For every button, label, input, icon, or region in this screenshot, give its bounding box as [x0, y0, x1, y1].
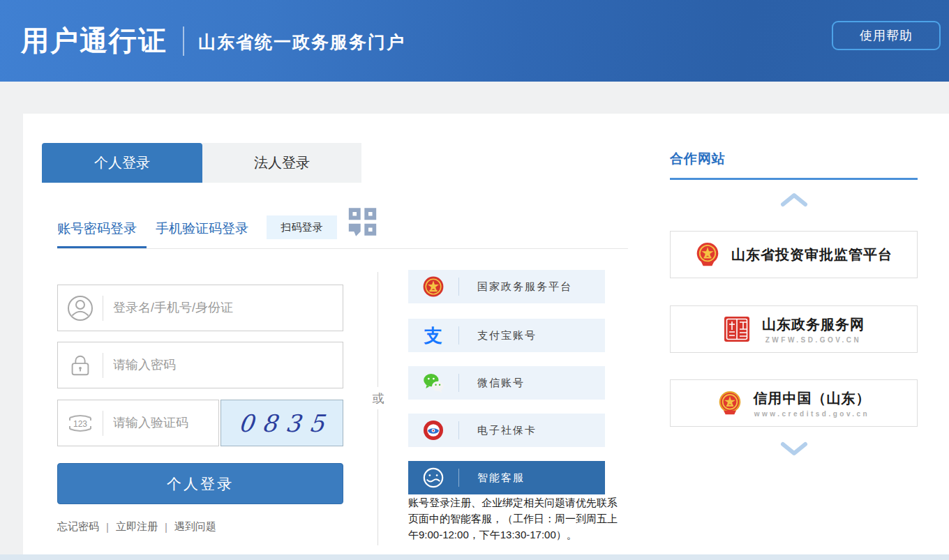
bottom-strip	[0, 554, 949, 560]
partner-url: www.creditsd.gov.cn	[754, 410, 869, 418]
red-seal-icon	[723, 315, 751, 343]
third-party-label: 支付宝账号	[477, 329, 537, 342]
captcha-field-wrap: 123	[57, 400, 219, 446]
qr-code-icon[interactable]	[347, 206, 378, 238]
help-button[interactable]: 使用帮助	[832, 21, 941, 50]
or-divider-text: 或	[368, 387, 388, 409]
partner-name: 山东省投资审批监管平台	[731, 245, 892, 264]
link-separator: |	[106, 521, 109, 533]
button-separator	[458, 326, 459, 345]
third-party-label: 微信账号	[477, 377, 525, 390]
partner-site-zwfw[interactable]: 山东政务服务网 ZWFW.SD.GOV.CN	[670, 305, 918, 353]
username-input[interactable]	[103, 301, 343, 315]
third-party-label: 电子社保卡	[477, 424, 537, 437]
method-account-password[interactable]: 账号密码登录	[57, 220, 137, 238]
register-now-link[interactable]: 立即注册	[116, 520, 158, 533]
username-field-wrap	[57, 285, 343, 331]
partners-heading-rule	[670, 178, 918, 180]
svg-text:123: 123	[73, 419, 87, 429]
carousel-up-arrow-icon[interactable]	[779, 192, 809, 209]
method-row-divider	[57, 248, 628, 249]
button-separator	[458, 374, 459, 392]
third-party-label: 国家政务服务平台	[477, 280, 572, 294]
smart-customer-service-button[interactable]: 智能客服	[408, 461, 605, 494]
helper-links: 忘记密码 | 立即注册 | 遇到问题	[57, 520, 216, 533]
partner-site-credit-china[interactable]: 信用中国（山东） www.creditsd.gov.cn	[670, 379, 918, 427]
tab-personal-label: 个人登录	[94, 153, 150, 172]
button-separator	[458, 469, 459, 487]
personal-login-button[interactable]: 个人登录	[57, 463, 343, 504]
customer-service-note: 账号登录注册、企业绑定相关问题请优先联系页面中的智能客服，（工作日：周一到周五上…	[408, 494, 619, 543]
user-icon	[58, 294, 103, 322]
button-separator	[458, 278, 459, 296]
method-sms-code[interactable]: 手机验证码登录	[156, 220, 248, 238]
personal-login-button-label: 个人登录	[167, 474, 234, 494]
third-party-social-security-card[interactable]: 电子社保卡	[408, 414, 605, 447]
captcha-image[interactable]: 0835	[221, 400, 343, 446]
tab-legal-label: 法人登录	[254, 153, 310, 172]
third-party-alipay[interactable]: 支 支付宝账号	[408, 319, 605, 352]
title-divider	[183, 27, 184, 56]
password-input[interactable]	[103, 358, 343, 372]
partner-text-block: 山东省投资审批监管平台	[731, 245, 892, 264]
third-party-label: 智能客服	[477, 471, 525, 485]
partner-name: 山东政务服务网	[762, 315, 865, 334]
link-separator: |	[165, 521, 167, 533]
method-scan-login[interactable]: 扫码登录	[267, 215, 337, 239]
partner-site-investment-platform[interactable]: 山东省投资审批监管平台	[670, 231, 918, 278]
have-problem-link[interactable]: 遇到问题	[174, 520, 216, 533]
alipay-icon: 支	[408, 326, 458, 345]
carousel-down-arrow-icon[interactable]	[779, 440, 809, 457]
wechat-icon	[408, 372, 458, 393]
partners-heading: 合作网站	[670, 150, 726, 168]
customer-service-icon	[408, 466, 458, 490]
partner-url: ZWFW.SD.GOV.CN	[765, 336, 862, 344]
captcha-input[interactable]	[103, 416, 218, 430]
login-card: 个人登录 法人登录 账号密码登录 手机验证码登录 扫码登录	[23, 114, 949, 554]
portal-subtitle: 山东省统一政务服务门户	[198, 28, 405, 54]
national-emblem-icon	[717, 390, 742, 416]
brand-block: 用户通行证 山东省统一政务服务门户	[0, 0, 949, 82]
national-emblem-icon	[408, 275, 458, 298]
national-emblem-icon	[695, 241, 720, 268]
partner-text-block: 信用中国（山东） www.creditsd.gov.cn	[754, 389, 871, 418]
app-title: 用户通行证	[21, 22, 167, 60]
partner-text-block: 山东政务服务网 ZWFW.SD.GOV.CN	[762, 315, 865, 344]
tab-personal-login[interactable]: 个人登录	[42, 143, 202, 183]
partner-name: 信用中国（山东）	[754, 389, 871, 408]
captcha-digits: 0835	[230, 409, 334, 437]
social-security-card-icon	[408, 419, 458, 441]
third-party-wechat[interactable]: 微信账号	[408, 366, 605, 400]
forgot-password-link[interactable]: 忘记密码	[57, 520, 99, 533]
tab-legal-login[interactable]: 法人登录	[202, 143, 361, 183]
button-separator	[458, 421, 459, 439]
header-banner: 用户通行证 山东省统一政务服务门户 使用帮助	[0, 0, 949, 82]
lock-icon	[58, 352, 103, 379]
third-party-national-platform[interactable]: 国家政务服务平台	[408, 270, 605, 303]
captcha-123-icon: 123	[58, 409, 103, 437]
password-field-wrap	[57, 342, 343, 388]
